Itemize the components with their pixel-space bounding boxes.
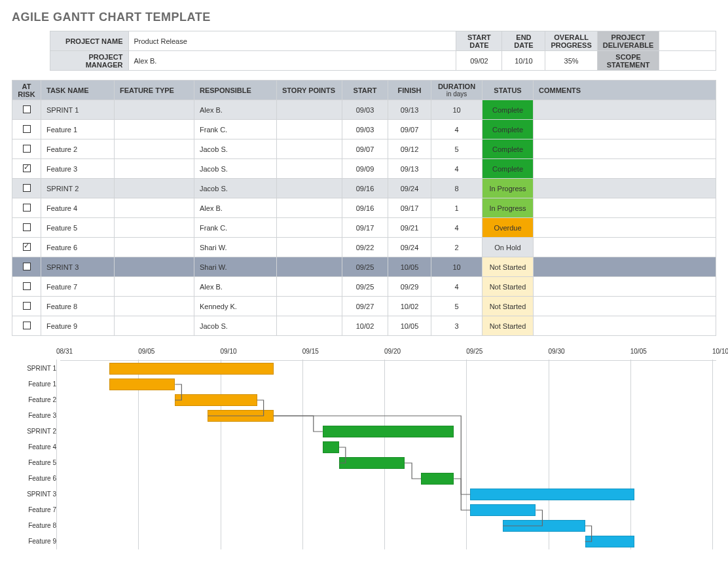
table-row[interactable]: Feature 2 Jacob S. 09/07 09/12 5 Complet…	[12, 139, 716, 159]
cell-feature-type[interactable]	[115, 159, 194, 179]
gantt-bar[interactable]	[109, 379, 175, 390]
cell-status[interactable]: Complete	[482, 120, 534, 139]
at-risk-checkbox[interactable]	[23, 105, 31, 113]
cell-story-points[interactable]	[277, 179, 342, 198]
value-start-date[interactable]: 09/02	[456, 51, 502, 71]
cell-story-points[interactable]	[277, 316, 342, 336]
table-row[interactable]: Feature 7 Alex B. 09/25 09/29 4 Not Star…	[12, 277, 716, 297]
gantt-tick: 08/31	[56, 348, 73, 355]
cell-status[interactable]: Overdue	[482, 218, 534, 238]
cell-feature-type[interactable]	[115, 120, 194, 139]
table-row[interactable]: Feature 9 Jacob S. 10/02 10/05 3 Not Sta…	[12, 316, 716, 336]
table-row[interactable]: Feature 8 Kennedy K. 09/27 10/02 5 Not S…	[12, 297, 716, 316]
cell-story-points[interactable]	[277, 297, 342, 316]
cell-status[interactable]: On Hold	[482, 238, 534, 257]
cell-story-points[interactable]	[277, 100, 342, 120]
cell-feature-type[interactable]	[115, 238, 194, 257]
cell-comments[interactable]	[534, 120, 716, 139]
gantt-bar[interactable]	[585, 536, 634, 547]
at-risk-checkbox[interactable]	[23, 125, 31, 133]
table-row[interactable]: Feature 5 Frank C. 09/17 09/21 4 Overdue	[12, 218, 716, 238]
cell-comments[interactable]	[534, 198, 716, 218]
gantt-bar[interactable]	[208, 410, 273, 422]
cell-comments[interactable]	[534, 100, 716, 120]
cell-comments[interactable]	[534, 316, 716, 336]
cell-status[interactable]: Complete	[482, 139, 534, 159]
cell-feature-type[interactable]	[115, 179, 194, 198]
col-feature-type: FEATURE TYPE	[115, 81, 194, 100]
cell-feature-type[interactable]	[115, 139, 194, 159]
cell-story-points[interactable]	[277, 139, 342, 159]
cell-finish: 10/02	[388, 297, 431, 316]
value-project-manager[interactable]: Alex B.	[128, 51, 456, 71]
gantt-row-label: SPRINT 1	[12, 361, 60, 377]
cell-feature-type[interactable]	[115, 257, 194, 277]
cell-story-points[interactable]	[277, 120, 342, 139]
at-risk-checkbox[interactable]	[23, 145, 31, 153]
cell-status[interactable]: In Progress	[482, 179, 534, 198]
value-project-deliverable[interactable]	[659, 31, 716, 51]
gantt-bar[interactable]	[109, 363, 274, 375]
value-project-name[interactable]: Product Release	[128, 31, 456, 51]
gantt-bar[interactable]	[421, 473, 454, 485]
cell-finish: 09/21	[388, 218, 431, 238]
table-row[interactable]: SPRINT 3 Shari W. 09/25 10/05 10 Not Sta…	[12, 257, 716, 277]
gantt-bar[interactable]	[470, 504, 536, 516]
cell-feature-type[interactable]	[115, 297, 194, 316]
cell-story-points[interactable]	[277, 277, 342, 297]
cell-comments[interactable]	[534, 218, 716, 238]
cell-feature-type[interactable]	[115, 198, 194, 218]
cell-feature-type[interactable]	[115, 100, 194, 120]
at-risk-checkbox[interactable]	[23, 164, 31, 172]
cell-comments[interactable]	[534, 159, 716, 179]
cell-story-points[interactable]	[277, 159, 342, 179]
cell-finish: 09/29	[388, 277, 431, 297]
gantt-bar[interactable]	[470, 489, 634, 500]
at-risk-checkbox[interactable]	[23, 282, 31, 290]
gantt-bar[interactable]	[323, 426, 454, 437]
gantt-bar[interactable]	[175, 394, 257, 406]
cell-story-points[interactable]	[277, 198, 342, 218]
cell-story-points[interactable]	[277, 218, 342, 238]
cell-status[interactable]: Not Started	[482, 316, 534, 336]
cell-feature-type[interactable]	[115, 218, 194, 238]
table-row[interactable]: Feature 3 Jacob S. 09/09 09/13 4 Complet…	[12, 159, 716, 179]
table-row[interactable]: Feature 6 Shari W. 09/22 09/24 2 On Hold	[12, 238, 716, 257]
cell-status[interactable]: Complete	[482, 159, 534, 179]
value-end-date[interactable]: 10/10	[502, 51, 545, 71]
cell-status[interactable]: In Progress	[482, 198, 534, 218]
cell-comments[interactable]	[534, 139, 716, 159]
cell-status[interactable]: Not Started	[482, 257, 534, 277]
at-risk-checkbox[interactable]	[23, 243, 31, 251]
table-row[interactable]: Feature 1 Frank C. 09/03 09/07 4 Complet…	[12, 120, 716, 139]
gantt-bar[interactable]	[503, 520, 585, 532]
gantt-bar[interactable]	[339, 457, 405, 469]
cell-feature-type[interactable]	[115, 316, 194, 336]
at-risk-checkbox[interactable]	[23, 223, 31, 231]
at-risk-checkbox[interactable]	[23, 302, 31, 310]
cell-comments[interactable]	[534, 277, 716, 297]
cell-story-points[interactable]	[277, 238, 342, 257]
cell-comments[interactable]	[534, 297, 716, 316]
value-overall-progress[interactable]: 35%	[545, 51, 597, 71]
cell-responsible: Alex B.	[194, 277, 277, 297]
at-risk-checkbox[interactable]	[23, 184, 31, 192]
cell-status[interactable]: Not Started	[482, 297, 534, 316]
cell-comments[interactable]	[534, 179, 716, 198]
at-risk-checkbox[interactable]	[23, 263, 31, 270]
cell-comments[interactable]	[534, 238, 716, 257]
table-row[interactable]: SPRINT 2 Jacob S. 09/16 09/24 8 In Progr…	[12, 179, 716, 198]
cell-feature-type[interactable]	[115, 277, 194, 297]
cell-story-points[interactable]	[277, 257, 342, 277]
at-risk-checkbox[interactable]	[23, 204, 31, 212]
cell-status[interactable]: Complete	[482, 100, 534, 120]
table-row[interactable]: SPRINT 1 Alex B. 09/03 09/13 10 Complete	[12, 100, 716, 120]
cell-comments[interactable]	[534, 257, 716, 277]
gantt-bar[interactable]	[323, 441, 339, 453]
table-row[interactable]: Feature 4 Alex B. 09/16 09/17 1 In Progr…	[12, 198, 716, 218]
cell-status[interactable]: Not Started	[482, 277, 534, 297]
at-risk-checkbox[interactable]	[23, 322, 31, 329]
cell-duration: 10	[431, 100, 482, 120]
value-scope-statement[interactable]	[659, 51, 716, 71]
cell-finish: 10/05	[388, 316, 431, 336]
